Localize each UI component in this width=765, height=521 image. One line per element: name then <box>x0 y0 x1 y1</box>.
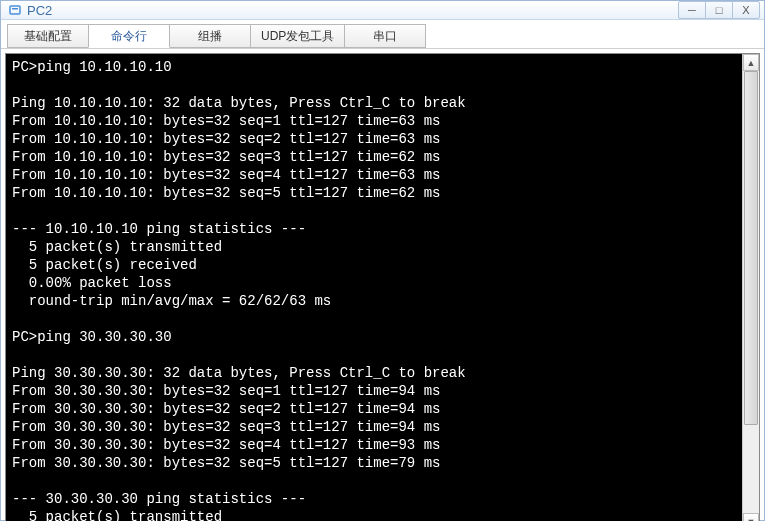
scroll-track[interactable] <box>743 71 759 513</box>
minimize-button[interactable]: ─ <box>678 1 706 19</box>
window-title: PC2 <box>27 3 52 18</box>
scroll-down-button[interactable]: ▼ <box>743 513 759 521</box>
vertical-scrollbar[interactable]: ▲ ▼ <box>742 54 759 521</box>
app-icon <box>7 2 23 18</box>
title-left: PC2 <box>7 2 52 18</box>
terminal-output[interactable]: PC>ping 10.10.10.10 Ping 10.10.10.10: 32… <box>6 54 742 521</box>
close-button[interactable]: X <box>732 1 760 19</box>
tab-command-line[interactable]: 命令行 <box>88 24 170 48</box>
terminal-container: PC>ping 10.10.10.10 Ping 10.10.10.10: 32… <box>5 53 760 521</box>
tab-serial[interactable]: 串口 <box>344 24 426 48</box>
tab-basic-config[interactable]: 基础配置 <box>7 24 89 48</box>
scroll-up-button[interactable]: ▲ <box>743 54 759 71</box>
tab-multicast[interactable]: 组播 <box>169 24 251 48</box>
scroll-thumb[interactable] <box>744 71 758 425</box>
tab-udp-tool[interactable]: UDP发包工具 <box>250 24 345 48</box>
tab-bar: 基础配置 命令行 组播 UDP发包工具 串口 <box>1 20 764 49</box>
svg-rect-0 <box>10 6 20 14</box>
window-controls: ─ □ X <box>679 1 760 19</box>
maximize-button[interactable]: □ <box>705 1 733 19</box>
title-bar[interactable]: PC2 ─ □ X <box>1 1 764 20</box>
svg-rect-1 <box>12 8 18 10</box>
app-window: PC2 ─ □ X 基础配置 命令行 组播 UDP发包工具 串口 PC>ping… <box>0 0 765 521</box>
